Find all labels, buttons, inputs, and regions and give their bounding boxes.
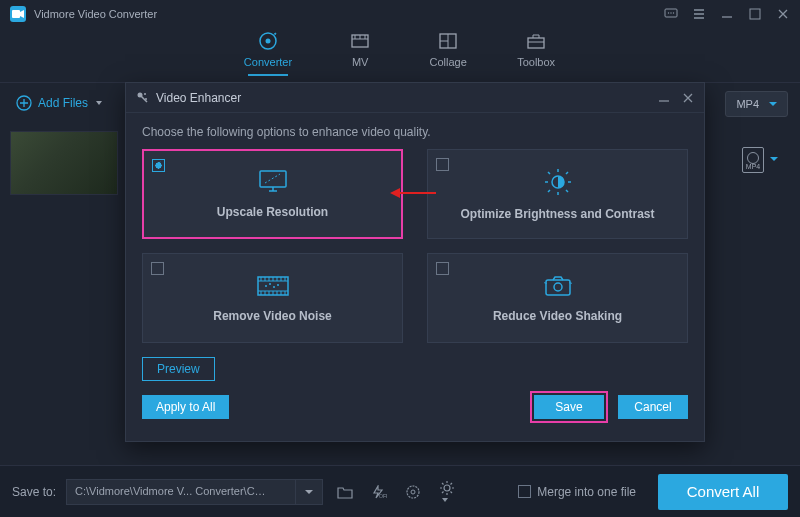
menu-icon[interactable] (692, 7, 706, 21)
app-title: Vidmore Video Converter (34, 8, 664, 20)
mp4-file-icon: MP4 (742, 147, 764, 173)
app-logo-icon (10, 6, 26, 22)
svg-point-4 (673, 12, 674, 13)
option-denoise-label: Remove Video Noise (213, 309, 332, 323)
minimize-icon[interactable] (720, 7, 734, 21)
dialog-header: Video Enhancer (126, 83, 704, 113)
maximize-icon[interactable] (748, 7, 762, 21)
collage-icon (437, 30, 459, 52)
tab-mv-label: MV (352, 56, 369, 68)
option-remove-noise[interactable]: Remove Video Noise (142, 253, 403, 343)
svg-point-13 (144, 93, 146, 95)
option-upscale-resolution[interactable]: Upscale Resolution (142, 149, 403, 239)
cancel-button[interactable]: Cancel (618, 395, 688, 419)
option-brightness-label: Optimize Brightness and Contrast (460, 207, 654, 221)
option-deshake-label: Reduce Video Shaking (493, 309, 622, 323)
tab-mv[interactable]: MV (340, 30, 380, 76)
svg-rect-0 (12, 10, 20, 18)
svg-text:OFF: OFF (379, 493, 387, 499)
feedback-icon[interactable] (664, 7, 678, 21)
svg-point-21 (277, 284, 279, 286)
top-nav: Converter MV Collage Toolbox (0, 28, 800, 82)
svg-rect-15 (260, 171, 286, 187)
apply-to-all-button[interactable]: Apply to All (142, 395, 229, 419)
chevron-down-icon (770, 157, 778, 165)
checkbox-checked-icon (152, 159, 165, 172)
saveto-dropdown-button[interactable] (295, 479, 323, 505)
tab-toolbox-label: Toolbox (517, 56, 555, 68)
saveto-label: Save to: (12, 485, 56, 499)
settings-icon[interactable] (435, 476, 459, 508)
filmstrip-icon (256, 273, 290, 299)
dialog-minimize-icon[interactable] (658, 92, 670, 104)
preview-button[interactable]: Preview (142, 357, 215, 381)
output-format-dropdown[interactable]: MP4 (725, 91, 788, 117)
close-icon[interactable] (776, 7, 790, 21)
checkbox-icon (436, 158, 449, 171)
plus-circle-icon (16, 95, 32, 111)
converter-icon (257, 30, 279, 52)
checkbox-icon (518, 485, 531, 498)
save-button-highlight: Save (530, 391, 608, 423)
add-files-button[interactable]: Add Files (10, 91, 110, 115)
svg-point-29 (407, 486, 419, 498)
video-enhancer-dialog: Video Enhancer Choose the following opti… (125, 82, 705, 442)
wand-icon (136, 91, 150, 105)
option-reduce-shaking[interactable]: Reduce Video Shaking (427, 253, 688, 343)
svg-point-3 (670, 12, 671, 13)
tab-collage[interactable]: Collage (428, 30, 468, 76)
svg-rect-5 (750, 9, 760, 19)
tab-toolbox[interactable]: Toolbox (516, 30, 556, 76)
dialog-title: Video Enhancer (156, 91, 658, 105)
svg-point-30 (411, 490, 415, 494)
svg-point-19 (269, 283, 271, 285)
output-format-value: MP4 (736, 98, 759, 110)
dialog-instruction: Choose the following options to enhance … (126, 113, 704, 149)
option-upscale-label: Upscale Resolution (217, 205, 328, 219)
toolbox-icon (525, 30, 547, 52)
svg-point-18 (265, 285, 267, 287)
high-speed-icon[interactable] (401, 480, 425, 504)
svg-point-31 (444, 485, 450, 491)
add-files-label: Add Files (38, 96, 88, 110)
svg-point-23 (554, 283, 562, 291)
convert-all-button[interactable]: Convert All (658, 474, 788, 510)
tab-converter[interactable]: Converter (244, 30, 292, 76)
bottombar: Save to: C:\Vidmore\Vidmore V... Convert… (0, 465, 800, 517)
svg-point-2 (668, 12, 669, 13)
camera-icon (543, 273, 573, 299)
checkbox-icon (151, 262, 164, 275)
svg-point-7 (265, 39, 270, 44)
open-folder-icon[interactable] (333, 481, 357, 503)
option-brightness-contrast[interactable]: Optimize Brightness and Contrast (427, 149, 688, 239)
merge-into-one-file-checkbox[interactable]: Merge into one file (518, 485, 636, 499)
tab-converter-label: Converter (244, 56, 292, 68)
chevron-down-icon (94, 98, 104, 108)
svg-point-20 (273, 286, 275, 288)
video-thumbnail[interactable] (10, 131, 118, 195)
output-format-icon-button[interactable]: MP4 (742, 147, 778, 173)
convert-all-label: Convert All (687, 483, 760, 500)
saveto-path-field[interactable]: C:\Vidmore\Vidmore V... Converter\Conver… (66, 479, 296, 505)
dialog-close-icon[interactable] (682, 92, 694, 104)
monitor-icon (258, 169, 288, 195)
save-button[interactable]: Save (534, 395, 604, 419)
sun-icon (543, 167, 573, 197)
mv-icon (349, 30, 371, 52)
hw-accel-icon[interactable]: OFF (367, 481, 391, 503)
tab-collage-label: Collage (429, 56, 466, 68)
svg-rect-10 (528, 38, 544, 48)
titlebar: Vidmore Video Converter (0, 0, 800, 28)
merge-label: Merge into one file (537, 485, 636, 499)
checkbox-icon (436, 262, 449, 275)
